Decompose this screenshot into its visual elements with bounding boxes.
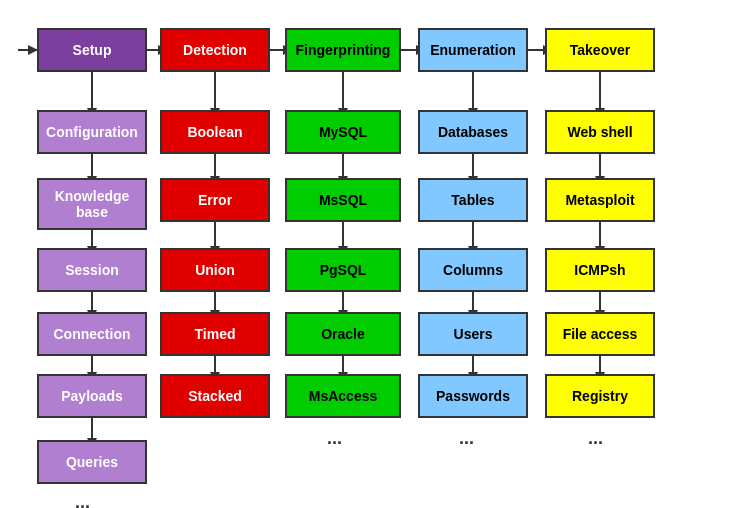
node-setup[interactable]: Setup (37, 28, 147, 72)
node-configuration[interactable]: Configuration (37, 110, 147, 154)
diagram: Setup Detection Fingerprinting Enumerati… (0, 0, 745, 508)
ellipsis-yellow: ... (588, 428, 603, 449)
node-webshell[interactable]: Web shell (545, 110, 655, 154)
node-fileaccess[interactable]: File access (545, 312, 655, 356)
node-enumeration[interactable]: Enumeration (418, 28, 528, 72)
node-detection[interactable]: Detection (160, 28, 270, 72)
node-icmpsh[interactable]: ICMPsh (545, 248, 655, 292)
node-mssql[interactable]: MsSQL (285, 178, 401, 222)
node-takeover[interactable]: Takeover (545, 28, 655, 72)
node-oracle[interactable]: Oracle (285, 312, 401, 356)
ellipsis-blue: ... (459, 428, 474, 449)
ellipsis-setup: ... (75, 492, 90, 508)
node-error[interactable]: Error (160, 178, 270, 222)
node-fingerprinting[interactable]: Fingerprinting (285, 28, 401, 72)
node-tables[interactable]: Tables (418, 178, 528, 222)
node-timed[interactable]: Timed (160, 312, 270, 356)
node-connection[interactable]: Connection (37, 312, 147, 356)
node-databases[interactable]: Databases (418, 110, 528, 154)
node-payloads[interactable]: Payloads (37, 374, 147, 418)
node-users[interactable]: Users (418, 312, 528, 356)
node-stacked[interactable]: Stacked (160, 374, 270, 418)
node-mysql[interactable]: MySQL (285, 110, 401, 154)
node-registry[interactable]: Registry (545, 374, 655, 418)
node-passwords[interactable]: Passwords (418, 374, 528, 418)
ellipsis-green: ... (327, 428, 342, 449)
node-msaccess[interactable]: MsAccess (285, 374, 401, 418)
node-session[interactable]: Session (37, 248, 147, 292)
node-pgsql[interactable]: PgSQL (285, 248, 401, 292)
node-columns[interactable]: Columns (418, 248, 528, 292)
node-metasploit[interactable]: Metasploit (545, 178, 655, 222)
node-knowledgebase[interactable]: Knowledge base (37, 178, 147, 230)
node-union[interactable]: Union (160, 248, 270, 292)
node-queries[interactable]: Queries (37, 440, 147, 484)
node-boolean[interactable]: Boolean (160, 110, 270, 154)
